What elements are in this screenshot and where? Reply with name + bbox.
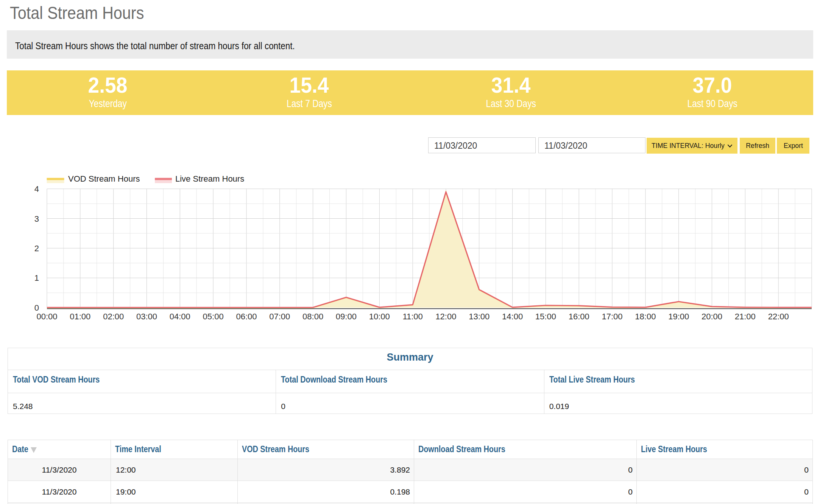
- svg-text:00:00: 00:00: [36, 312, 57, 321]
- svg-text:04:00: 04:00: [170, 312, 190, 321]
- svg-text:17:00: 17:00: [602, 312, 622, 321]
- svg-text:13:00: 13:00: [469, 312, 490, 321]
- svg-text:VOD Stream Hours: VOD Stream Hours: [68, 174, 140, 184]
- svg-text:0: 0: [34, 303, 39, 313]
- svg-text:14:00: 14:00: [502, 312, 523, 321]
- svg-text:05:00: 05:00: [203, 312, 224, 321]
- svg-text:03:00: 03:00: [136, 312, 157, 321]
- svg-text:19:00: 19:00: [668, 312, 689, 321]
- svg-text:4: 4: [34, 184, 39, 194]
- svg-text:22:00: 22:00: [768, 312, 789, 321]
- svg-text:09:00: 09:00: [336, 312, 357, 321]
- svg-text:10:00: 10:00: [369, 312, 390, 321]
- svg-text:01:00: 01:00: [70, 312, 90, 321]
- svg-text:06:00: 06:00: [236, 312, 257, 321]
- svg-text:18:00: 18:00: [635, 312, 656, 321]
- svg-text:15:00: 15:00: [535, 312, 556, 321]
- svg-text:08:00: 08:00: [302, 312, 323, 321]
- svg-text:2: 2: [34, 244, 39, 253]
- svg-text:12:00: 12:00: [435, 312, 456, 321]
- svg-text:21:00: 21:00: [735, 312, 756, 321]
- svg-text:02:00: 02:00: [103, 312, 124, 321]
- svg-text:11:00: 11:00: [402, 312, 422, 321]
- svg-text:16:00: 16:00: [569, 312, 589, 321]
- svg-text:Live Stream Hours: Live Stream Hours: [175, 174, 244, 184]
- svg-text:1: 1: [34, 273, 39, 283]
- svg-text:20:00: 20:00: [702, 312, 722, 321]
- svg-text:07:00: 07:00: [269, 312, 290, 321]
- svg-text:3: 3: [34, 214, 39, 224]
